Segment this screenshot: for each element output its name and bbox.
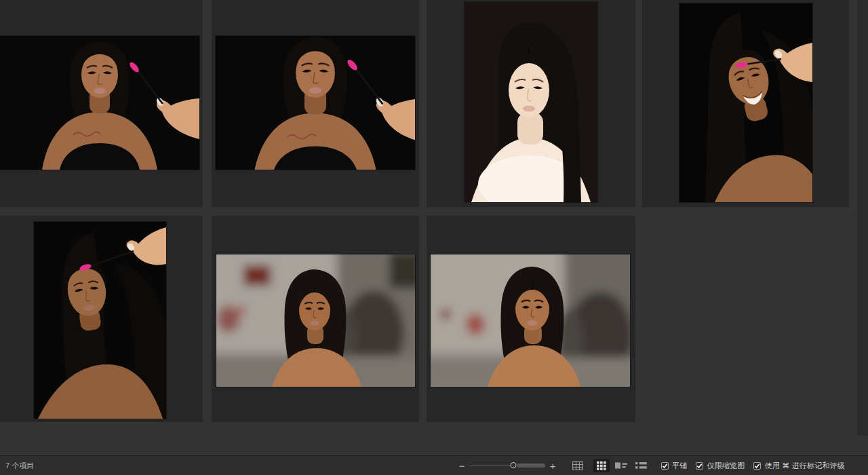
status-bar-controls: − + bbox=[457, 459, 868, 472]
item-count-label: 7 个项目 bbox=[0, 461, 34, 471]
vertical-scrollbar[interactable] bbox=[857, 0, 868, 436]
photo-thumbnail-5[interactable] bbox=[34, 222, 166, 419]
grid-outline-icon bbox=[572, 461, 583, 470]
thumbnail-grid-icon bbox=[597, 461, 606, 470]
tile-checkbox[interactable] bbox=[661, 462, 669, 470]
checkmark-icon bbox=[754, 463, 760, 469]
rating-shortcut-checkbox[interactable] bbox=[753, 462, 761, 470]
grid-view-button[interactable] bbox=[570, 459, 586, 472]
checkmark-icon bbox=[662, 463, 668, 469]
photo-image bbox=[34, 222, 166, 419]
grid-item-5[interactable] bbox=[0, 216, 203, 422]
checkmark-icon bbox=[696, 463, 703, 469]
list-view-button[interactable] bbox=[633, 459, 649, 472]
thumbnails-only-checkbox-label: 仅限缩览图 bbox=[707, 461, 745, 471]
tile-checkbox-group[interactable]: 平铺 bbox=[661, 461, 687, 471]
grid-item-3[interactable] bbox=[427, 0, 635, 207]
photo-thumbnail-7[interactable] bbox=[431, 254, 630, 387]
photo-image bbox=[216, 254, 415, 387]
photo-image bbox=[0, 36, 199, 170]
slider-thumb[interactable] bbox=[511, 462, 517, 468]
grid-item-2[interactable] bbox=[212, 0, 419, 207]
content-panel: 7 个项目 − + bbox=[0, 0, 868, 475]
rating-shortcut-checkbox-group[interactable]: 使用 ⌘ 进行标记和评级 bbox=[753, 461, 845, 471]
details-view-icon bbox=[615, 461, 627, 470]
thumbnails-only-checkbox[interactable] bbox=[696, 462, 703, 470]
zoom-out-button[interactable]: − bbox=[457, 461, 467, 471]
grid-item-1[interactable] bbox=[0, 0, 203, 207]
photo-thumbnail-3[interactable] bbox=[465, 2, 597, 202]
thumbnail-grid bbox=[0, 0, 868, 455]
status-bar: 7 个项目 − + bbox=[0, 455, 868, 475]
photo-image bbox=[431, 254, 630, 387]
photo-image bbox=[216, 36, 415, 170]
grid-item-7[interactable] bbox=[427, 216, 635, 422]
grid-item-6[interactable] bbox=[212, 216, 419, 422]
photo-image bbox=[465, 2, 597, 202]
view-mode-buttons bbox=[570, 459, 652, 472]
photo-thumbnail-2[interactable] bbox=[216, 36, 415, 170]
thumbnail-size-slider[interactable] bbox=[469, 461, 545, 470]
thumbnails-only-checkbox-group[interactable]: 仅限缩览图 bbox=[696, 461, 745, 471]
slider-track-right[interactable] bbox=[517, 463, 545, 468]
thumbnail-view-button[interactable] bbox=[593, 459, 610, 472]
tile-checkbox-label: 平铺 bbox=[672, 461, 687, 471]
photo-thumbnail-4[interactable] bbox=[679, 3, 812, 202]
photo-image bbox=[679, 3, 812, 202]
list-view-icon bbox=[635, 461, 647, 470]
rating-shortcut-checkbox-label: 使用 ⌘ 进行标记和评级 bbox=[764, 461, 845, 471]
photo-thumbnail-1[interactable] bbox=[0, 36, 199, 170]
photo-thumbnail-6[interactable] bbox=[216, 254, 415, 387]
zoom-in-button[interactable]: + bbox=[548, 461, 557, 471]
grid-item-4[interactable] bbox=[642, 0, 849, 207]
details-view-button[interactable] bbox=[613, 459, 629, 472]
slider-track-left[interactable] bbox=[469, 466, 514, 467]
